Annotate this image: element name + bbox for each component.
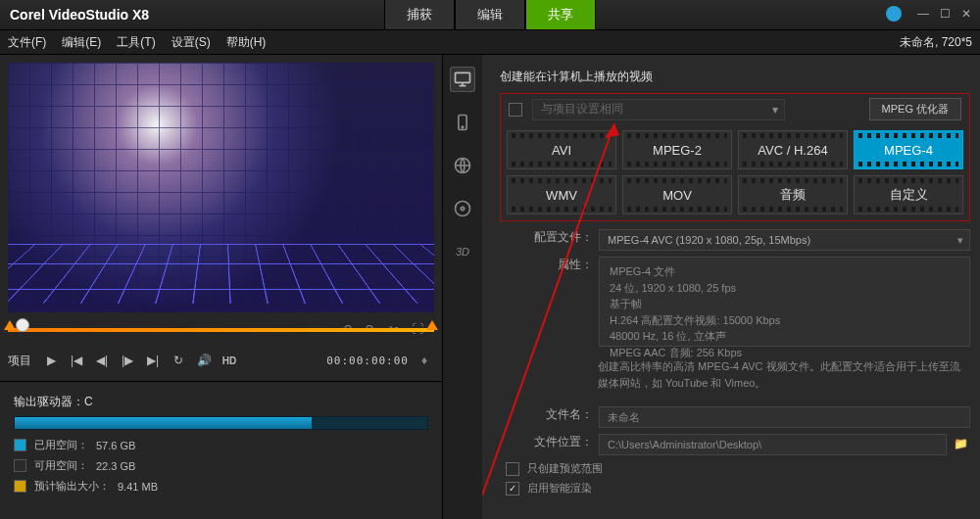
menu-file[interactable]: 文件(F) — [8, 34, 46, 51]
volume-button[interactable]: 🔊 — [194, 351, 214, 370]
free-label: 可用空间： — [34, 458, 88, 473]
menu-help[interactable]: 帮助(H) — [226, 34, 267, 51]
share-target-3d-icon[interactable]: 3D — [450, 239, 475, 264]
same-settings-dropdown[interactable]: 与项目设置相同 — [532, 99, 785, 120]
goto-end-button[interactable]: ▶| — [143, 351, 163, 370]
menu-settings[interactable]: 设置(S) — [172, 34, 211, 51]
output-drive-title: 输出驱动器：C — [14, 394, 428, 410]
app-title: Corel VideoStudio X8 — [0, 7, 149, 23]
format-mpeg2[interactable]: MPEG-2 — [622, 130, 732, 169]
disk-used-bar — [15, 417, 312, 429]
format-mov[interactable]: MOV — [622, 175, 732, 214]
same-settings-checkbox[interactable] — [509, 103, 522, 117]
properties-label: 属性： — [500, 257, 599, 273]
location-input[interactable]: C:\Users\Administrator\Desktop\ — [599, 434, 947, 455]
est-value: 9.41 MB — [118, 481, 158, 493]
share-target-computer-icon[interactable] — [450, 67, 475, 92]
profile-label: 配置文件： — [500, 229, 599, 246]
menu-edit[interactable]: 编辑(E) — [62, 34, 101, 51]
smart-render-label: 启用智能渲染 — [527, 481, 592, 495]
format-custom[interactable]: 自定义 — [854, 175, 963, 214]
used-value: 57.6 GB — [96, 440, 135, 451]
location-label: 文件位置： — [500, 434, 599, 450]
svg-point-5 — [461, 207, 464, 210]
format-audio[interactable]: 音频 — [738, 175, 848, 214]
mode-project-label[interactable]: 项目 — [8, 353, 35, 369]
format-wmv[interactable]: WMV — [507, 175, 616, 214]
hd-toggle[interactable]: HD — [220, 351, 239, 370]
used-label: 已用空间： — [34, 438, 88, 452]
properties-box: MPEG-4 文件 24 位, 1920 x 1080, 25 fps 基于帧 … — [599, 257, 970, 347]
tab-capture[interactable]: 捕获 — [384, 0, 455, 29]
repeat-button[interactable]: ↻ — [169, 351, 188, 370]
svg-rect-0 — [456, 72, 470, 82]
play-button[interactable]: ▶ — [41, 351, 61, 370]
share-target-disc-icon[interactable] — [450, 196, 475, 221]
globe-icon[interactable] — [886, 6, 902, 22]
format-panel: 与项目设置相同 MPEG 优化器 AVI MPEG-2 AVC / H.264 … — [500, 93, 970, 221]
mpeg-optimizer-button[interactable]: MPEG 优化器 — [869, 98, 961, 120]
trim-start-handle[interactable] — [4, 320, 16, 330]
only-preview-label: 只创建预览范围 — [527, 461, 603, 476]
trim-end-handle[interactable] — [426, 320, 438, 330]
svg-point-4 — [456, 202, 470, 216]
share-target-device-icon[interactable] — [450, 110, 475, 135]
next-frame-button[interactable]: |▶ — [118, 351, 137, 370]
browse-folder-icon[interactable]: 📁 — [951, 434, 970, 453]
tab-edit[interactable]: 编辑 — [455, 0, 525, 29]
timeline-trim[interactable]: ↶ ↷ ✂ ⛶ — [8, 320, 434, 342]
menu-tools[interactable]: 工具(T) — [117, 34, 155, 51]
share-target-web-icon[interactable] — [450, 153, 475, 178]
playhead[interactable] — [16, 318, 29, 332]
format-mpeg4[interactable]: MPEG-4 — [854, 130, 963, 169]
prev-frame-button[interactable]: ◀| — [92, 351, 112, 370]
project-title: 未命名, 720*5 — [900, 34, 972, 51]
only-preview-checkbox[interactable] — [506, 462, 519, 476]
tab-share[interactable]: 共享 — [525, 0, 596, 29]
minimize-button[interactable]: — — [915, 6, 931, 22]
used-swatch — [14, 439, 26, 451]
format-avi[interactable]: AVI — [507, 130, 616, 169]
filename-input[interactable]: 未命名 — [599, 406, 970, 428]
share-heading: 创建能在计算机上播放的视频 — [500, 69, 970, 85]
disk-usage-bar — [14, 416, 428, 430]
profile-description: 创建高比特率的高清 MPEG-4 AVC 视频文件。此配置文件适合用于上传至流媒… — [500, 353, 970, 401]
svg-point-2 — [462, 126, 464, 128]
close-button[interactable]: ✕ — [958, 6, 974, 22]
preview-window[interactable] — [8, 63, 434, 312]
maximize-button[interactable]: ☐ — [937, 6, 953, 22]
est-swatch — [14, 480, 26, 493]
timecode[interactable]: 00:00:00:00 — [326, 354, 409, 367]
format-avc[interactable]: AVC / H.264 — [738, 130, 848, 169]
filename-label: 文件名： — [500, 406, 599, 423]
profile-dropdown[interactable]: MPEG-4 AVC (1920 x 1080, 25p, 15Mbps) — [599, 229, 970, 251]
free-value: 22.3 GB — [96, 460, 135, 472]
goto-start-button[interactable]: |◀ — [67, 351, 86, 370]
free-swatch — [14, 459, 26, 472]
timecode-step-icon[interactable]: ♦ — [415, 351, 434, 370]
est-label: 预计输出大小： — [34, 479, 110, 494]
smart-render-checkbox[interactable]: ✓ — [506, 482, 519, 495]
